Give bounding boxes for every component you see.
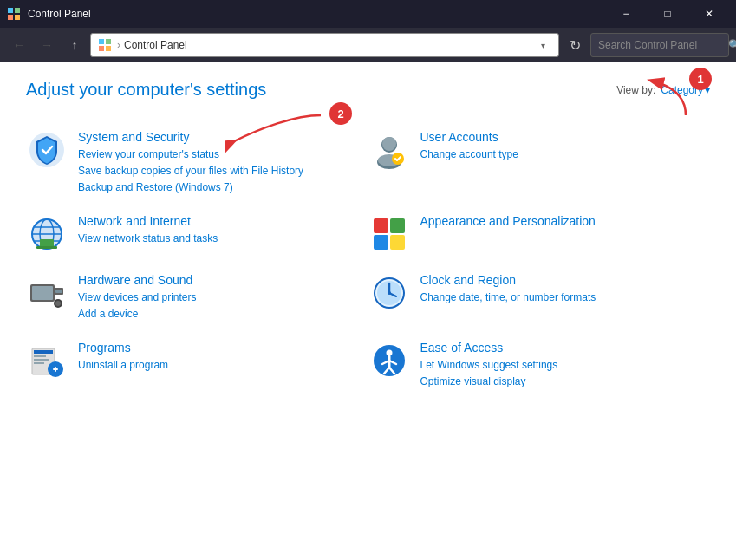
window-title: Control Panel: [28, 8, 606, 20]
svg-rect-21: [36, 246, 57, 249]
svg-rect-23: [390, 218, 405, 233]
ease-of-access-content: Ease of Access Let Windows suggest setti…: [420, 340, 558, 390]
titlebar: Control Panel − □ ✕: [0, 0, 736, 28]
address-path: Control Panel: [124, 39, 534, 51]
appearance-content: Appearance and Personalization: [420, 213, 596, 231]
annotation-badge-1: 1: [689, 68, 712, 90]
clock-title[interactable]: Clock and Region: [420, 273, 517, 287]
category-clock: Clock and Region Change date, time, or n…: [368, 264, 711, 331]
up-button[interactable]: ↑: [62, 33, 87, 57]
categories-grid: System and Security Review your computer…: [26, 120, 710, 399]
svg-rect-0: [8, 8, 13, 13]
programs-icon: [26, 340, 68, 381]
hardware-icon: [26, 272, 68, 314]
svg-point-11: [382, 137, 396, 151]
svg-rect-7: [106, 46, 111, 51]
network-title[interactable]: Network and Internet: [78, 214, 191, 228]
svg-rect-27: [32, 286, 53, 300]
svg-rect-40: [34, 355, 46, 357]
ease-of-access-icon: [368, 340, 410, 381]
annotation-arrow-1: [642, 76, 694, 120]
ease-of-access-link-2[interactable]: Optimize visual display: [420, 374, 558, 390]
navbar: ← → ↑ › Control Panel ▾ ↻ 🔍: [0, 28, 736, 62]
svg-rect-4: [99, 39, 104, 44]
svg-rect-6: [99, 46, 104, 51]
svg-rect-29: [55, 290, 62, 293]
hardware-content: Hardware and Sound View devices and prin…: [78, 272, 197, 322]
address-dropdown-button[interactable]: ▾: [534, 34, 551, 56]
ease-of-access-link-1[interactable]: Let Windows suggest settings: [420, 357, 558, 374]
minimize-button[interactable]: −: [606, 0, 646, 28]
address-bar[interactable]: › Control Panel ▾: [90, 33, 559, 57]
user-accounts-icon: [368, 129, 410, 171]
svg-rect-5: [106, 39, 111, 44]
category-appearance: Appearance and Personalization: [368, 205, 711, 264]
system-security-link-2[interactable]: Save backup copies of your files with Fi…: [78, 163, 303, 179]
system-security-title[interactable]: System and Security: [78, 130, 189, 144]
page-title: Adjust your computer's settings: [26, 80, 266, 100]
app-icon: [7, 7, 21, 21]
category-user-accounts: User Accounts Change account type: [368, 120, 711, 205]
forward-button[interactable]: →: [35, 33, 59, 57]
svg-rect-39: [34, 350, 53, 354]
svg-rect-2: [8, 15, 13, 20]
ease-of-access-title[interactable]: Ease of Access: [420, 341, 504, 355]
svg-point-47: [386, 350, 392, 356]
annotation-badge-2: 2: [329, 102, 352, 125]
programs-content: Programs Uninstall a program: [78, 340, 168, 374]
back-button[interactable]: ←: [7, 33, 31, 57]
category-network: Network and Internet View network status…: [26, 205, 368, 264]
clock-icon: [368, 272, 410, 314]
user-accounts-content: User Accounts Change account type: [420, 129, 518, 163]
network-link-1[interactable]: View network status and tasks: [78, 231, 218, 247]
clock-content: Clock and Region Change date, time, or n…: [420, 272, 596, 306]
system-security-link-3[interactable]: Backup and Restore (Windows 7): [78, 179, 303, 196]
appearance-icon: [368, 213, 410, 255]
svg-rect-25: [390, 235, 405, 250]
svg-rect-3: [15, 15, 20, 20]
svg-rect-41: [34, 359, 49, 361]
svg-rect-22: [374, 218, 388, 233]
appearance-title[interactable]: Appearance and Personalization: [420, 214, 596, 228]
user-accounts-link-1[interactable]: Change account type: [420, 147, 518, 163]
system-security-icon: [26, 129, 68, 171]
user-accounts-title[interactable]: User Accounts: [420, 130, 498, 144]
address-separator: ›: [117, 39, 120, 51]
address-bar-icon: [98, 38, 112, 52]
programs-link-1[interactable]: Uninstall a program: [78, 357, 168, 374]
maximize-button[interactable]: □: [648, 0, 687, 28]
svg-point-37: [388, 291, 391, 295]
hardware-link-1[interactable]: View devices and printers: [78, 290, 197, 306]
network-icon: [26, 213, 68, 255]
category-programs: Programs Uninstall a program: [26, 331, 368, 399]
network-content: Network and Internet View network status…: [78, 213, 218, 247]
svg-rect-24: [374, 235, 388, 250]
svg-rect-45: [55, 367, 56, 372]
hardware-link-2[interactable]: Add a device: [78, 306, 197, 322]
svg-rect-1: [15, 8, 20, 13]
close-button[interactable]: ✕: [689, 0, 729, 28]
window-controls: − □ ✕: [606, 0, 729, 28]
search-box[interactable]: 🔍: [590, 33, 729, 57]
svg-point-31: [55, 301, 61, 306]
content-header: Adjust your computer's settings View by:…: [26, 80, 710, 100]
category-hardware: Hardware and Sound View devices and prin…: [26, 264, 368, 331]
refresh-button[interactable]: ↻: [563, 33, 587, 57]
content-area: Adjust your computer's settings View by:…: [0, 62, 736, 560]
annotation-arrow-2: [225, 111, 329, 154]
search-icon: 🔍: [728, 39, 736, 51]
programs-title[interactable]: Programs: [78, 341, 131, 355]
clock-link-1[interactable]: Change date, time, or number formats: [420, 290, 596, 306]
svg-rect-42: [34, 362, 44, 364]
search-input[interactable]: [598, 39, 728, 51]
hardware-title[interactable]: Hardware and Sound: [78, 273, 192, 287]
category-ease-of-access: Ease of Access Let Windows suggest setti…: [368, 331, 711, 399]
